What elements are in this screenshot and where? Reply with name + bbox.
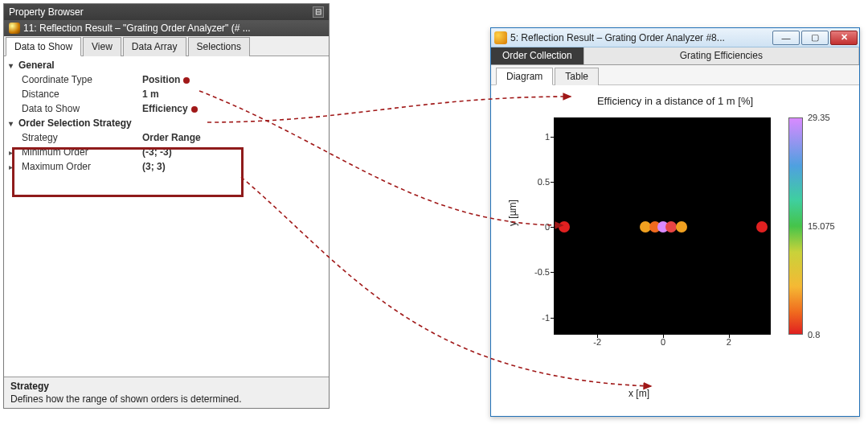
prop-name: Distance: [22, 89, 142, 100]
row-strategy[interactable]: Strategy Order Range: [4, 130, 329, 145]
section-order-strategy[interactable]: ▾ Order Selection Strategy: [4, 116, 329, 130]
colorbar-max: 29.35: [808, 113, 830, 122]
callout-marker-icon: [191, 106, 198, 113]
colorbar: [788, 117, 803, 335]
result-sub-tabs: Diagram Table: [491, 65, 859, 85]
maximize-button[interactable]: ▢: [801, 31, 829, 45]
property-browser-subtitle-bar: 11: Reflection Result – "Grating Order A…: [4, 20, 329, 36]
tab-data-to-show[interactable]: Data to Show: [6, 37, 81, 56]
tab-selections[interactable]: Selections: [188, 37, 250, 56]
row-distance[interactable]: Distance 1 m: [4, 87, 329, 101]
tab-data-array[interactable]: Data Array: [123, 37, 186, 56]
data-point[interactable]: [676, 221, 687, 233]
section-general[interactable]: ▾ General: [4, 58, 329, 72]
chevron-right-icon: ▸: [9, 148, 18, 157]
prop-value: (3; 3): [142, 161, 329, 172]
property-browser-titlebar: Property Browser ⊟: [4, 4, 329, 20]
property-browser-panel: Property Browser ⊟ 11: Reflection Result…: [3, 3, 330, 409]
x-axis-label: x [m]: [491, 388, 787, 399]
prop-name: Coordinate Type: [22, 74, 142, 85]
footer-title: Strategy: [10, 381, 322, 392]
property-browser-title: Property Browser: [9, 6, 84, 18]
prop-value: Efficiency: [142, 103, 329, 114]
chevron-down-icon: ▾: [9, 61, 18, 70]
pin-icon[interactable]: ⊟: [313, 6, 324, 18]
data-point[interactable]: [756, 221, 768, 233]
y-tick-label: -1: [522, 313, 555, 323]
result-window: 5: Reflection Result – Grating Order Ana…: [490, 27, 860, 417]
prop-value: Position: [142, 74, 329, 85]
y-tick-label: 1: [522, 132, 555, 142]
result-window-title: 5: Reflection Result – Grating Order Ana…: [510, 32, 771, 43]
prop-name: Strategy: [22, 132, 142, 143]
y-axis-label: y [µm]: [507, 200, 518, 226]
close-button[interactable]: ✕: [830, 31, 858, 45]
minimize-button[interactable]: —: [772, 31, 800, 45]
row-maximum-order[interactable]: ▸ Maximum Order (3; 3): [4, 159, 329, 174]
colorbar-mid: 15.075: [808, 221, 835, 231]
plot-title: Efficiency in a distance of 1 m [%]: [491, 95, 859, 107]
property-description: Strategy Defines how the range of shown …: [4, 377, 329, 408]
callout-marker-icon: [183, 77, 190, 84]
prop-name: Maximum Order: [22, 161, 142, 172]
prop-value: 1 m: [142, 89, 329, 100]
plot-area: Efficiency in a distance of 1 m [%] y [µ…: [491, 85, 859, 415]
result-top-tabs: Order Collection Grating Efficiencies: [491, 47, 859, 65]
data-point[interactable]: [559, 221, 570, 233]
property-grid: ▾ General Coordinate Type Position Dista…: [4, 56, 329, 377]
property-browser-tabs: Data to Show View Data Array Selections: [4, 36, 329, 56]
row-data-to-show[interactable]: Data to Show Efficiency: [4, 101, 329, 116]
colorbar-min: 0.8: [808, 330, 820, 340]
footer-desc: Defines how the range of shown orders is…: [10, 393, 322, 405]
y-tick-label: 0.5: [522, 177, 555, 187]
chevron-down-icon: ▾: [9, 119, 18, 128]
window-buttons: — ▢ ✕: [771, 31, 858, 45]
scatter-plot[interactable]: -1-0.500.51-202: [554, 117, 771, 335]
result-window-icon: [494, 31, 507, 44]
prop-value: (-3; -3): [142, 146, 329, 158]
subtab-table[interactable]: Table: [555, 68, 599, 85]
y-tick-label: 0: [522, 222, 555, 232]
document-title: 11: Reflection Result – "Grating Order A…: [23, 23, 251, 34]
prop-value: Order Range: [142, 132, 329, 143]
row-minimum-order[interactable]: ▸ Minimum Order (-3; -3): [4, 145, 329, 159]
tab-grating-efficiencies[interactable]: Grating Efficiencies: [584, 47, 859, 64]
result-titlebar[interactable]: 5: Reflection Result – Grating Order Ana…: [491, 28, 859, 47]
y-tick-label: -0.5: [522, 267, 555, 277]
row-coordinate-type[interactable]: Coordinate Type Position: [4, 72, 329, 87]
subtab-diagram[interactable]: Diagram: [496, 68, 553, 85]
result-icon: [9, 23, 20, 34]
prop-name: Data to Show: [22, 103, 142, 114]
tab-view[interactable]: View: [83, 37, 121, 56]
tab-order-collection[interactable]: Order Collection: [491, 47, 584, 64]
prop-name: Minimum Order: [22, 146, 142, 158]
chevron-right-icon: ▸: [9, 163, 18, 171]
